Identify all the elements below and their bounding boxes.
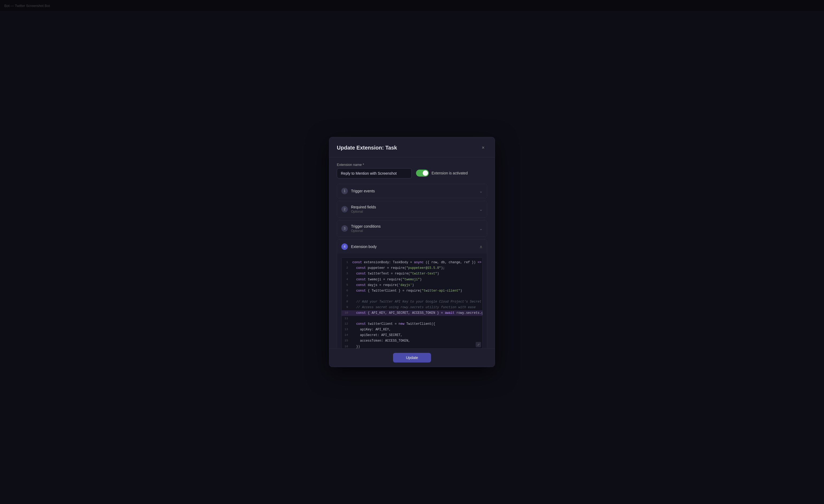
update-button[interactable]: Update bbox=[393, 353, 431, 363]
code-line-14: 14 apiSecret: API_SECRET, bbox=[342, 332, 482, 338]
line-number-2: 2 bbox=[342, 266, 351, 271]
code-line-8: 8 // Add your Twitter API Key to your Go… bbox=[342, 299, 482, 305]
line-number-6: 6 bbox=[342, 288, 351, 293]
accordion-title-group-3: Trigger conditions Optional bbox=[351, 224, 479, 233]
code-line-6: 6 const { TwitterClient } = require("twi… bbox=[342, 288, 482, 294]
code-line-4: 4 const twemoji = require("twemoji") bbox=[342, 277, 482, 283]
modal-header: Update Extension: Task × bbox=[329, 137, 495, 157]
line-content-2: const puppeteer = require("puppeteer@15.… bbox=[351, 266, 445, 271]
line-number-8: 8 bbox=[342, 299, 351, 304]
section-required-fields: 2 Required fields Optional ⌄ bbox=[337, 201, 487, 217]
activation-toggle[interactable]: ✓ bbox=[416, 170, 429, 177]
line-content-7 bbox=[351, 294, 352, 299]
toggle-row: ✓ Extension is activated bbox=[416, 170, 468, 177]
line-content-5: const dayjs = require('dayjs') bbox=[351, 283, 414, 288]
section-title-1: Trigger events bbox=[351, 189, 479, 193]
section-extension-body: 4 Extension body ∧ 1const extensionBody:… bbox=[337, 239, 487, 348]
section-subtitle-3: Optional bbox=[351, 229, 479, 233]
section-num-2: 2 bbox=[341, 206, 348, 212]
code-line-15: 15 accessToken: ACCESS_TOKEN, bbox=[342, 338, 482, 344]
chevron-down-icon: ⌄ bbox=[479, 189, 483, 194]
section-num-3: 3 bbox=[341, 225, 348, 232]
code-line-2: 2 const puppeteer = require("puppeteer@1… bbox=[342, 265, 482, 271]
code-line-10: 10 const { API_KEY, API_SECRET, ACCESS_T… bbox=[342, 310, 482, 316]
line-number-3: 3 bbox=[342, 271, 351, 276]
chevron-down-icon-2: ⌄ bbox=[479, 207, 483, 212]
line-number-13: 13 bbox=[342, 327, 351, 332]
code-lines: 1const extensionBody: TaskBody = async (… bbox=[342, 258, 482, 348]
line-content-6: const { TwitterClient } = require("twitt… bbox=[351, 288, 462, 293]
modal-overlay: Update Extension: Task × Extension name … bbox=[0, 0, 824, 504]
code-line-9: 9 // Access secret using rowy.secrets ut… bbox=[342, 305, 482, 310]
accordion-title-group-1: Trigger events bbox=[351, 189, 479, 193]
modal: Update Extension: Task × Extension name … bbox=[329, 137, 495, 367]
modal-title: Update Extension: Task bbox=[337, 145, 397, 151]
chevron-down-icon-3: ⌄ bbox=[479, 226, 483, 231]
accordion-title-group-4: Extension body bbox=[351, 244, 480, 249]
code-editor-wrapper: 1const extensionBody: TaskBody = async (… bbox=[341, 257, 483, 348]
line-content-16: }) bbox=[351, 344, 360, 348]
code-line-16: 16 }) bbox=[342, 344, 482, 348]
line-content-10: const { API_KEY, API_SECRET, ACCESS_TOKE… bbox=[351, 311, 482, 316]
code-editor[interactable]: 1const extensionBody: TaskBody = async (… bbox=[341, 257, 483, 348]
section-subtitle-2: Optional bbox=[351, 210, 479, 213]
close-button[interactable]: × bbox=[479, 144, 487, 152]
accordion-header-trigger-events[interactable]: 1 Trigger events ⌄ bbox=[337, 184, 487, 198]
extension-name-label: Extension name * bbox=[337, 163, 412, 167]
extension-name-row: Extension name * ✓ Extension is activate… bbox=[337, 163, 487, 179]
line-number-15: 15 bbox=[342, 338, 351, 343]
code-line-13: 13 apiKey: API_KEY, bbox=[342, 327, 482, 332]
code-line-12: 12 const twitterClient = new TwitterClie… bbox=[342, 321, 482, 327]
section-trigger-events: 1 Trigger events ⌄ bbox=[337, 184, 487, 198]
section-num-1: 1 bbox=[341, 188, 348, 194]
extension-name-field-group: Extension name * bbox=[337, 163, 412, 179]
line-number-7: 7 bbox=[342, 294, 351, 299]
toggle-label: Extension is activated bbox=[431, 171, 468, 175]
accordion-body-4: 1const extensionBody: TaskBody = async (… bbox=[337, 254, 487, 348]
modal-footer: Update bbox=[329, 348, 495, 367]
line-number-14: 14 bbox=[342, 333, 351, 338]
line-content-8: // Add your Twitter API Key to your Goog… bbox=[351, 299, 482, 304]
section-trigger-conditions: 3 Trigger conditions Optional ⌄ bbox=[337, 220, 487, 237]
accordion-header-extension-body[interactable]: 4 Extension body ∧ bbox=[337, 240, 487, 254]
section-title-4: Extension body bbox=[351, 244, 480, 249]
line-number-10: 10 bbox=[342, 311, 351, 316]
section-title-2: Required fields bbox=[351, 205, 479, 209]
accordion-header-required-fields[interactable]: 2 Required fields Optional ⌄ bbox=[337, 201, 487, 217]
expand-button[interactable]: ⤢ bbox=[476, 342, 481, 347]
line-number-12: 12 bbox=[342, 321, 351, 327]
accordion-title-group-2: Required fields Optional bbox=[351, 205, 479, 213]
line-content-1: const extensionBody: TaskBody = async ({… bbox=[351, 260, 482, 265]
code-line-1: 1const extensionBody: TaskBody = async (… bbox=[342, 260, 482, 265]
line-content-12: const twitterClient = new TwitterClient(… bbox=[351, 321, 435, 327]
line-content-3: const twitterText = require("twitter-tex… bbox=[351, 271, 439, 276]
code-line-3: 3 const twitterText = require("twitter-t… bbox=[342, 271, 482, 277]
line-content-13: apiKey: API_KEY, bbox=[351, 327, 391, 332]
code-line-5: 5 const dayjs = require('dayjs') bbox=[342, 283, 482, 288]
line-number-4: 4 bbox=[342, 277, 351, 282]
line-number-5: 5 bbox=[342, 283, 351, 288]
extension-name-input[interactable] bbox=[337, 168, 412, 179]
line-content-9: // Access secret using rowy.secrets util… bbox=[351, 305, 476, 310]
section-num-4: 4 bbox=[341, 243, 348, 250]
section-title-3: Trigger conditions bbox=[351, 224, 479, 228]
line-content-11 bbox=[351, 316, 352, 321]
line-number-11: 11 bbox=[342, 316, 351, 321]
line-content-14: apiSecret: API_SECRET, bbox=[351, 333, 402, 338]
line-content-15: accessToken: ACCESS_TOKEN, bbox=[351, 338, 410, 343]
code-line-11: 11 bbox=[342, 316, 482, 321]
line-number-1: 1 bbox=[342, 260, 351, 265]
line-content-4: const twemoji = require("twemoji") bbox=[351, 277, 422, 282]
code-line-7: 7 bbox=[342, 294, 482, 299]
chevron-up-icon: ∧ bbox=[480, 244, 483, 249]
modal-body: Extension name * ✓ Extension is activate… bbox=[329, 157, 495, 348]
line-number-9: 9 bbox=[342, 305, 351, 310]
accordion-header-trigger-conditions[interactable]: 3 Trigger conditions Optional ⌄ bbox=[337, 220, 487, 236]
line-number-16: 16 bbox=[342, 344, 351, 348]
